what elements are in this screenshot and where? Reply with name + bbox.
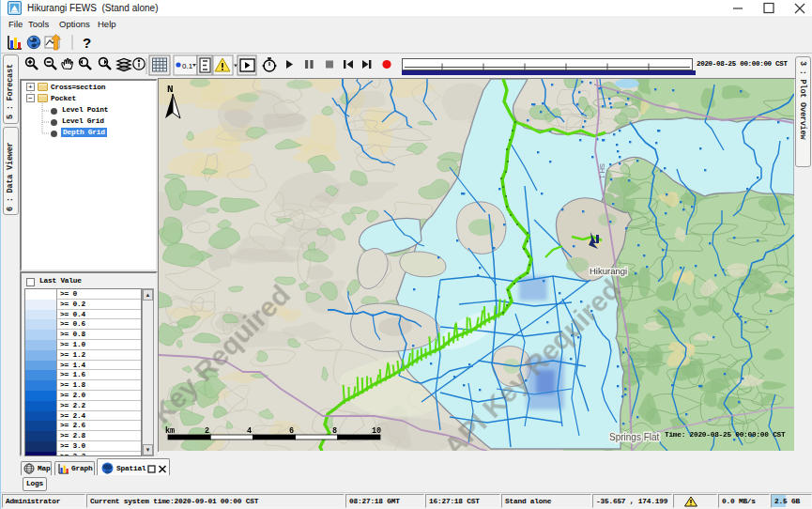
svg-text:2: 2 (205, 426, 209, 436)
svg-text:N: N (167, 84, 174, 95)
svg-text:Springs Flat: Springs Flat (609, 432, 660, 442)
svg-text:4: 4 (247, 426, 252, 436)
svg-text:SH 1: SH 1 (598, 163, 606, 179)
svg-text:km: km (165, 426, 175, 436)
svg-text:6: 6 (289, 426, 294, 436)
svg-text:?: ? (83, 35, 91, 51)
svg-text:8: 8 (332, 426, 337, 436)
svg-text:10: 10 (372, 426, 381, 436)
svg-text:Hikurangi: Hikurangi (590, 266, 627, 276)
svg-text:Time: 2020-08-25 00:00:00 CST: Time: 2020-08-25 00:00:00 CST (665, 431, 786, 439)
svg-text:0.1: 0.1 (182, 62, 193, 70)
